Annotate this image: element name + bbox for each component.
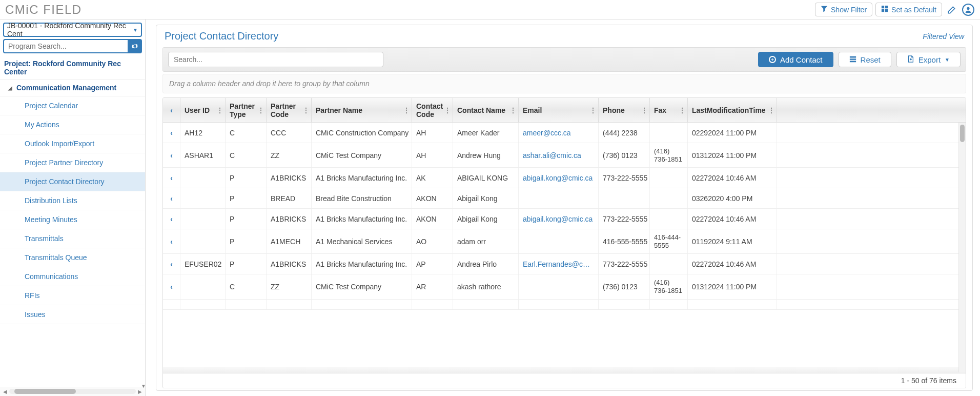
column-header-fax[interactable]: Fax⋮ (650, 98, 688, 122)
column-header-partner-type[interactable]: Partner Type⋮ (226, 98, 267, 122)
cell-fax: (416) 736-1851 (650, 143, 688, 167)
table-row[interactable]: ‹ASHAR1CZZCMiC Test CompanyAHAndrew Hung… (163, 143, 966, 168)
filtered-view-label[interactable]: Filtered View (923, 32, 964, 41)
cell-contact-code: AKON (412, 188, 453, 208)
row-expand-toggle[interactable]: ‹ (163, 274, 180, 299)
cell-contact-name: Andrea Pirlo (453, 254, 519, 274)
export-button[interactable]: Export ▼ (896, 52, 961, 67)
cell-phone: 416-555-5555 (599, 229, 650, 253)
set-as-default-button[interactable]: Set as Default (875, 3, 942, 16)
cell-email[interactable]: abigail.kong@cmic.ca (519, 209, 599, 229)
row-expand-toggle[interactable]: ‹ (163, 168, 180, 188)
cell-user-id (180, 188, 226, 208)
project-selector-dropdown[interactable]: JB-00001 - Rockford Community Rec Cent ▼ (3, 23, 142, 37)
plus-circle-icon: + (769, 56, 776, 63)
sidebar-horizontal-scrollbar[interactable]: ◀ ▶ (0, 387, 145, 396)
column-menu-icon[interactable]: ⋮ (258, 107, 264, 114)
cell-contact-code: AP (412, 254, 453, 274)
row-expand-toggle[interactable]: ‹ (163, 229, 180, 253)
program-search-settings-button[interactable] (128, 39, 142, 53)
group-by-hint[interactable]: Drag a column header and drop it here to… (162, 74, 966, 93)
column-menu-icon[interactable]: ⋮ (768, 107, 774, 114)
edit-icon[interactable] (945, 3, 958, 16)
cell-partner-name: CMiC Test Company (312, 143, 412, 167)
cell-partner-code: A1BRICKS (267, 168, 312, 188)
add-contact-button[interactable]: + Add Contact (758, 52, 833, 67)
cell-contact-code: AK (412, 168, 453, 188)
column-menu-icon[interactable]: ⋮ (444, 107, 451, 114)
nav-category[interactable]: ◢ Communication Management (0, 80, 145, 96)
table-vertical-scrollbar[interactable] (958, 123, 966, 372)
scroll-right-icon[interactable]: ▶ (137, 389, 143, 394)
sidebar-item-distribution-lists[interactable]: Distribution Lists (0, 191, 145, 210)
cell-partner-name: A1 Bricks Manufacturing Inc. (312, 168, 412, 188)
column-menu-icon[interactable]: ⋮ (510, 107, 516, 114)
sidebar-item-issues[interactable]: Issues (0, 305, 145, 324)
sidebar-item-outlook-import-export[interactable]: Outlook Import/Export (0, 134, 145, 153)
cell-email[interactable]: ashar.ali@cmic.ca (519, 143, 599, 167)
column-menu-icon[interactable]: ⋮ (217, 107, 223, 114)
row-expand-toggle[interactable]: ‹ (163, 254, 180, 274)
column-header-user-id[interactable]: User ID⋮ (180, 98, 226, 122)
cell-phone: 773-222-5555 (599, 209, 650, 229)
show-filter-label: Show Filter (831, 6, 867, 14)
cell-email[interactable]: abigail.kong@cmic.ca (519, 168, 599, 188)
sidebar-item-my-actions[interactable]: My Actions (0, 115, 145, 134)
cell-phone: 773-222-5555 (599, 254, 650, 274)
reset-button[interactable]: Reset (839, 52, 891, 67)
show-filter-button[interactable]: Show Filter (815, 3, 872, 16)
cell-user-id (180, 209, 226, 229)
cell-phone: (736) 0123 (599, 274, 650, 299)
table-row[interactable]: ‹PA1BRICKSA1 Bricks Manufacturing Inc.AK… (163, 168, 966, 188)
column-header-phone[interactable]: Phone⋮ (599, 98, 650, 122)
cell-partner-type: P (226, 229, 267, 253)
table-horizontal-scrollbar[interactable] (163, 367, 966, 373)
sidebar-item-rfis[interactable]: RFIs (0, 286, 145, 305)
sidebar-item-project-calendar[interactable]: Project Calendar (0, 96, 145, 115)
cell-partner-code: BREAD (267, 188, 312, 208)
sidebar-item-project-partner-directory[interactable]: Project Partner Directory (0, 153, 145, 172)
table-row[interactable]: ‹PA1MECHA1 Mechanical ServicesAOadam orr… (163, 229, 966, 254)
row-expand-toggle[interactable]: ‹ (163, 209, 180, 229)
sidebar-item-communications[interactable]: Communications (0, 267, 145, 286)
cell-partner-code: ZZ (267, 143, 312, 167)
table-search-input[interactable] (168, 52, 383, 67)
cell-email[interactable]: ameer@ccc.ca (519, 123, 599, 143)
cell-contact-name: Abigail Kong (453, 188, 519, 208)
table-row[interactable]: ‹CZZCMiC Test CompanyARakash rathore(736… (163, 274, 966, 299)
column-header-partner-code[interactable]: Partner Code⋮ (267, 98, 312, 122)
column-header-contact-name[interactable]: Contact Name⋮ (453, 98, 519, 122)
sidebar-item-meeting-minutes[interactable]: Meeting Minutes (0, 210, 145, 229)
column-menu-icon[interactable]: ⋮ (590, 107, 596, 114)
column-menu-icon[interactable]: ⋮ (303, 107, 309, 114)
column-menu-icon[interactable]: ⋮ (403, 107, 410, 114)
table-row[interactable]: ‹AH12CCCCCMiC Construction CompanyAHAmee… (163, 123, 966, 143)
sidebar-item-transmittals[interactable]: Transmittals (0, 229, 145, 248)
program-search-input[interactable] (3, 39, 128, 53)
cell-fax (650, 209, 688, 229)
column-header-partner-name[interactable]: Partner Name⋮ (312, 98, 412, 122)
cell-phone: (736) 0123 (599, 143, 650, 167)
column-menu-icon[interactable]: ⋮ (641, 107, 647, 114)
project-title: Project: Rockford Community Rec Center (0, 56, 145, 80)
table-row[interactable]: ‹EFUSER02PA1BRICKSA1 Bricks Manufacturin… (163, 254, 966, 274)
column-menu-icon[interactable]: ⋮ (679, 107, 685, 114)
sidebar-item-transmittals-queue[interactable]: Transmittals Queue (0, 248, 145, 267)
cell-last-modification: 01312024 11:00 PM (688, 143, 777, 167)
column-header-contact-code[interactable]: Contact Code⋮ (412, 98, 453, 122)
row-expand-toggle[interactable]: ‹ (163, 143, 180, 167)
user-avatar-icon[interactable] (962, 3, 975, 16)
table-row[interactable]: ‹PA1BRICKSA1 Bricks Manufacturing Inc.AK… (163, 209, 966, 229)
cell-partner-name: A1 Bricks Manufacturing Inc. (312, 254, 412, 274)
column-header-last-modification[interactable]: LastModificationTime⋮ (688, 98, 777, 122)
row-expand-toggle[interactable]: ‹ (163, 123, 180, 143)
scroll-left-icon[interactable]: ◀ (2, 389, 8, 394)
row-expand-toggle[interactable]: ‹ (163, 188, 180, 208)
sidebar-item-project-contact-directory[interactable]: Project Contact Directory (0, 172, 145, 191)
cell-email (519, 229, 599, 253)
cell-email[interactable]: Earl.Fernandes@cmi... (519, 254, 599, 274)
table-row[interactable]: ‹PBREADBread Bite ConstructionAKONAbigai… (163, 188, 966, 209)
sidebar-collapse-handle[interactable]: ▼ (141, 383, 146, 389)
expand-collapse-header[interactable]: ‹ (163, 98, 180, 122)
column-header-email[interactable]: Email⋮ (519, 98, 599, 122)
